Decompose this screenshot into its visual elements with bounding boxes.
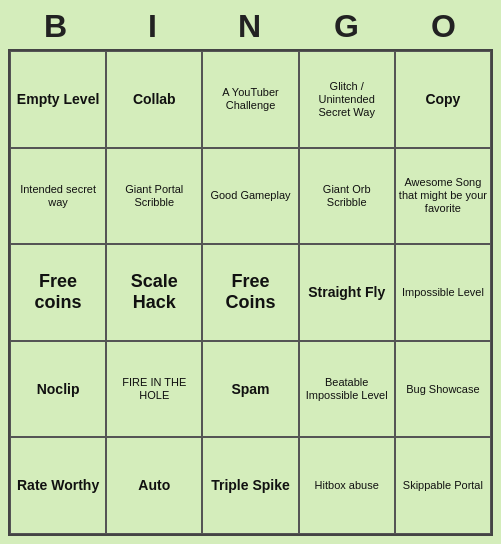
bingo-header: B I N G O xyxy=(8,8,493,45)
bingo-cell-14: Impossible Level xyxy=(395,244,491,341)
bingo-cell-5: Intended secret way xyxy=(10,148,106,245)
bingo-cell-4: Copy xyxy=(395,51,491,148)
bingo-cell-22: Triple Spike xyxy=(202,437,298,534)
bingo-cell-9: Awesome Song that might be your favorite xyxy=(395,148,491,245)
title-letter-o: O xyxy=(396,8,493,45)
title-letter-g: G xyxy=(299,8,396,45)
title-letter-i: I xyxy=(105,8,202,45)
bingo-cell-18: Beatable Impossible Level xyxy=(299,341,395,438)
bingo-cell-17: Spam xyxy=(202,341,298,438)
bingo-grid: Empty LevelCollabA YouTuber ChallengeGli… xyxy=(8,49,493,536)
bingo-cell-3: Glitch / Unintended Secret Way xyxy=(299,51,395,148)
bingo-cell-21: Auto xyxy=(106,437,202,534)
bingo-cell-6: Giant Portal Scribble xyxy=(106,148,202,245)
title-letter-n: N xyxy=(202,8,299,45)
bingo-cell-1: Collab xyxy=(106,51,202,148)
bingo-cell-23: Hitbox abuse xyxy=(299,437,395,534)
bingo-cell-10: Free coins xyxy=(10,244,106,341)
bingo-cell-13: Straight Fly xyxy=(299,244,395,341)
bingo-cell-20: Rate Worthy xyxy=(10,437,106,534)
bingo-cell-15: Noclip xyxy=(10,341,106,438)
bingo-cell-2: A YouTuber Challenge xyxy=(202,51,298,148)
bingo-cell-11: Scale Hack xyxy=(106,244,202,341)
bingo-cell-7: Good Gameplay xyxy=(202,148,298,245)
bingo-cell-19: Bug Showcase xyxy=(395,341,491,438)
bingo-cell-12: Free Coins xyxy=(202,244,298,341)
bingo-cell-16: FIRE IN THE HOLE xyxy=(106,341,202,438)
title-letter-b: B xyxy=(8,8,105,45)
bingo-cell-0: Empty Level xyxy=(10,51,106,148)
bingo-cell-8: Giant Orb Scribble xyxy=(299,148,395,245)
bingo-cell-24: Skippable Portal xyxy=(395,437,491,534)
